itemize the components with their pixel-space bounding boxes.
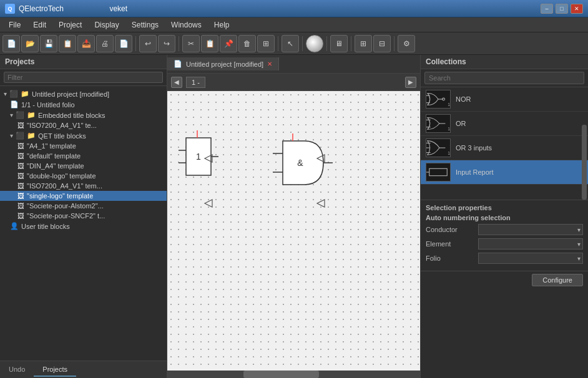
emb1-icon: 🖼	[17, 122, 24, 129]
filter-input[interactable]	[4, 72, 163, 83]
grid-button[interactable]: ⊞	[355, 35, 372, 52]
t2-icon: 🖼	[17, 152, 24, 160]
instance-name: veket	[109, 4, 127, 13]
tree-item-emb1[interactable]: 🖼 "ISO7200_A4_V1" te...	[0, 120, 167, 130]
component-NOR[interactable]: 1 NOR	[421, 87, 588, 112]
tree-item-t1[interactable]: 🖼 "A4_1" template	[0, 141, 167, 151]
redo-button[interactable]: ↪	[158, 35, 175, 52]
canvas-scrollbar[interactable]	[167, 371, 420, 378]
project-tab[interactable]: 📄 Untitled project [modified] ✕	[167, 57, 279, 70]
t7-icon: 🖼	[17, 202, 24, 210]
menu-windows[interactable]: Windows	[165, 19, 208, 31]
title-left: Q QElectroTech veket	[5, 4, 127, 14]
tree-label-t2: "default" template	[27, 152, 81, 160]
tab-projects[interactable]: Projects	[34, 363, 76, 377]
folio-bar: ◀ 1 - ▶	[167, 74, 420, 91]
svg-text:1: 1	[448, 151, 450, 155]
tree-label-t6: "single-logo" template	[27, 192, 93, 200]
menu-file[interactable]: File	[2, 19, 27, 31]
element-select[interactable]	[478, 238, 583, 250]
conductor-label: Conductor	[426, 226, 476, 233]
menu-display[interactable]: Display	[88, 19, 125, 31]
minimize-button[interactable]: –	[541, 4, 553, 14]
tree-item-t8[interactable]: 🖼 "Societe-pour-SNCF2" t...	[0, 211, 167, 221]
close-button[interactable]: ✕	[571, 4, 583, 14]
svg-text:1: 1	[448, 102, 450, 107]
folio-tab[interactable]: 1 -	[186, 77, 205, 88]
import-button[interactable]: 📥	[77, 35, 95, 52]
or3-gate-icon: 1	[426, 138, 451, 157]
component-OR3[interactable]: 1 OR 3 inputs	[421, 136, 588, 160]
selection-props-title: Selection properties	[426, 204, 583, 211]
projects-header: Projects	[0, 55, 167, 69]
tab-undo[interactable]: Undo	[0, 363, 34, 377]
auto-numbering-title: Auto numbering selection	[426, 214, 583, 221]
conductor-select[interactable]	[478, 224, 583, 235]
menu-help[interactable]: Help	[208, 19, 236, 31]
or3-label: OR 3 inputs	[456, 144, 492, 152]
select-button[interactable]: ↖	[282, 35, 299, 52]
projects-panel: Projects ▾ ⬛ 📁 Untitled project [modifie…	[0, 55, 167, 378]
tree-label-t1: "A4_1" template	[27, 142, 76, 150]
collections-title: Collections	[426, 57, 466, 66]
table-button[interactable]: ⊟	[373, 35, 391, 52]
tree-item-qet[interactable]: ▾ ⬛ 📁 QET title blocks	[0, 130, 167, 141]
configure-button[interactable]: Configure	[532, 274, 583, 286]
tree-label-emb1: "ISO7200_A4_V1" te...	[27, 122, 97, 129]
tree-item-t4[interactable]: 🖼 "double-logo" template	[0, 171, 167, 181]
conductor-row: Conductor	[426, 224, 583, 235]
tree-item-t5[interactable]: 🖼 "ISO7200_A4_V1" tem...	[0, 181, 167, 191]
or-gate-svg: 1	[426, 115, 450, 132]
components-list: 1 NOR 1 OR	[421, 87, 588, 200]
folio-next-button[interactable]: ▶	[405, 77, 416, 88]
component-InputReport[interactable]: Input Report	[421, 160, 588, 185]
maximize-button[interactable]: □	[556, 4, 568, 14]
delete-button[interactable]: 🗑	[238, 35, 256, 52]
folio-prev-button[interactable]: ◀	[171, 77, 182, 88]
folio-select[interactable]	[478, 253, 583, 264]
project-icon: ⬛	[9, 90, 18, 98]
undo-button[interactable]: ↩	[139, 35, 157, 52]
expand-icon-embedded: ▾	[10, 112, 13, 119]
tree-item-project[interactable]: ▾ ⬛ 📁 Untitled project [modified]	[0, 89, 167, 99]
collections-scrollbar[interactable]	[582, 125, 587, 200]
project-folder-icon: 📁	[21, 90, 29, 98]
misc-button[interactable]: ⚙	[398, 35, 415, 52]
menu-settings[interactable]: Settings	[125, 19, 165, 31]
tree-label-qet: QET title blocks	[38, 132, 86, 140]
scrollbar-thumb[interactable]	[243, 371, 320, 378]
open-button[interactable]: 📂	[21, 35, 39, 52]
new-button[interactable]: 📄	[2, 35, 20, 52]
sep4	[302, 36, 303, 51]
print-button[interactable]: 🖨	[96, 35, 114, 52]
tree-item-t2[interactable]: 🖼 "default" template	[0, 151, 167, 161]
search-input[interactable]	[424, 72, 584, 84]
tree-item-t3[interactable]: 🖼 "DIN_A4" template	[0, 161, 167, 171]
folio-select-wrapper	[478, 253, 583, 264]
svg-marker-14	[317, 200, 325, 207]
t1-icon: 🖼	[17, 142, 24, 150]
save-button[interactable]: 💾	[40, 35, 57, 52]
saveas-button[interactable]: 📋	[59, 35, 76, 52]
tree-item-user[interactable]: 👤 User title blocks	[0, 221, 167, 231]
cut-button[interactable]: ✂	[182, 35, 200, 52]
monitor-button[interactable]: 🖥	[330, 35, 348, 52]
color-picker[interactable]	[306, 35, 323, 52]
tree-label-t7: "Societe-pour-Alstom2"...	[27, 202, 104, 210]
tree-item-t7[interactable]: 🖼 "Societe-pour-Alstom2"...	[0, 201, 167, 211]
move-button[interactable]: ⊞	[257, 35, 275, 52]
sep2	[179, 36, 179, 51]
component-OR[interactable]: 1 OR	[421, 112, 588, 136]
pdf-button[interactable]: 📄	[115, 35, 132, 52]
copy-button[interactable]: 📋	[201, 35, 218, 52]
tab-close-button[interactable]: ✕	[267, 61, 272, 67]
tree-label-t4: "double-logo" template	[27, 172, 96, 180]
menu-edit[interactable]: Edit	[27, 19, 52, 31]
tree-item-t6[interactable]: 🖼 "single-logo" template	[0, 191, 167, 201]
menu-project[interactable]: Project	[52, 19, 88, 31]
tree-item-folio[interactable]: 📄 1/1 - Untitled folio	[0, 99, 167, 110]
tree-item-embedded[interactable]: ▾ ⬛ 📁 Embedded title blocks	[0, 110, 167, 120]
paste-button[interactable]: 📌	[220, 35, 237, 52]
canvas-area[interactable]: 1 &	[167, 91, 420, 371]
svg-text:&: &	[297, 158, 303, 168]
